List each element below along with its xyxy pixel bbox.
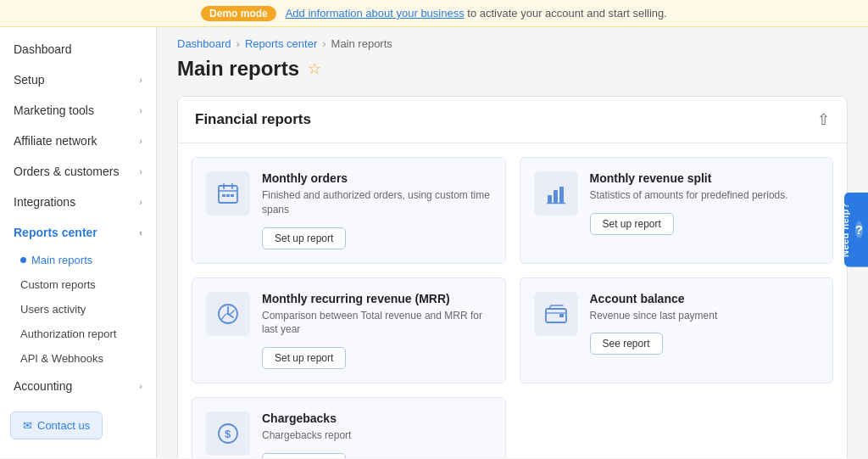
bar-chart-icon — [544, 182, 568, 205]
calendar-icon — [216, 182, 240, 205]
page-title: Main reports — [177, 57, 299, 81]
report-desc: Chargebacks report — [262, 428, 492, 443]
setup-report-button-mrr[interactable]: Set up report — [262, 347, 346, 369]
financial-reports-title: Financial reports — [195, 111, 311, 128]
chevron-up-icon: ‹ — [139, 227, 142, 238]
contact-us-button[interactable]: ✉ Contact us — [10, 411, 103, 439]
chevron-down-icon: › — [139, 166, 142, 176]
setup-report-button-monthly-revenue[interactable]: Set up report — [590, 213, 674, 235]
report-card-account-balance: Account balance Revenue since last payme… — [520, 277, 834, 384]
report-desc: Comparison between Total revenue and MRR… — [262, 309, 492, 338]
sidebar-subitem-authorization-report[interactable]: Authorization report — [0, 322, 156, 346]
sidebar-item-setup[interactable]: Setup › — [0, 64, 156, 95]
sidebar-subitem-users-activity[interactable]: Users activity — [0, 297, 156, 322]
sidebar-item-label: Accounting — [14, 379, 72, 393]
main-layout: Dashboard Setup › Marketing tools › Affi… — [0, 27, 868, 458]
setup-report-button-chargebacks[interactable]: Set up report — [262, 453, 346, 458]
sidebar-item-integrations[interactable]: Integrations › — [0, 187, 156, 217]
envelope-icon: ✉ — [23, 419, 32, 432]
page-title-area: Main reports ☆ — [177, 57, 848, 81]
report-desc: Revenue since last payment — [590, 309, 820, 323]
active-dot-icon — [20, 257, 26, 263]
see-report-button-account-balance[interactable]: See report — [590, 333, 663, 355]
sidebar-item-label: Integrations — [14, 195, 75, 209]
sidebar-item-accounting[interactable]: Accounting › — [0, 371, 156, 401]
sidebar-item-orders-customers[interactable]: Orders & customers › — [0, 156, 156, 187]
chevron-down-icon: › — [139, 105, 142, 115]
sidebar-subitem-label: Main reports — [31, 254, 92, 266]
breadcrumb-sep-1: › — [236, 37, 240, 50]
report-card-chargebacks: $ Chargebacks Chargebacks report Set up … — [192, 397, 506, 458]
account-balance-icon-box — [534, 292, 578, 336]
sidebar-item-reports-center[interactable]: Reports center ‹ — [0, 217, 156, 248]
sidebar-subitem-custom-reports[interactable]: Custom reports — [0, 272, 156, 297]
chevron-down-icon: › — [139, 136, 142, 146]
monthly-orders-icon-box — [206, 171, 250, 216]
demo-badge: Demo mode — [201, 6, 276, 21]
svg-rect-5 — [226, 194, 230, 197]
report-info: Account balance Revenue since last payme… — [590, 292, 820, 355]
svg-rect-4 — [222, 194, 225, 197]
report-desc: Finished and authorized orders, using cu… — [262, 188, 492, 217]
chargebacks-icon-box: $ — [206, 411, 250, 456]
report-grid: Monthly orders Finished and authorized o… — [178, 143, 847, 458]
report-info: Monthly revenue split Statistics of amou… — [590, 171, 820, 235]
breadcrumb-sep-2: › — [322, 37, 326, 50]
sidebar-item-label: Dashboard — [14, 42, 72, 56]
sidebar-subitem-main-reports[interactable]: Main reports — [0, 248, 156, 272]
financial-reports-header: Financial reports ⇧ — [178, 97, 847, 143]
sidebar-item-label: Orders & customers — [14, 165, 119, 178]
svg-rect-9 — [559, 187, 564, 203]
main-content: Dashboard › Reports center › Main report… — [157, 27, 868, 458]
sidebar-subitem-label: Authorization report — [20, 327, 116, 340]
breadcrumb: Dashboard › Reports center › Main report… — [177, 27, 848, 57]
demo-banner: Demo mode Add information about your bus… — [0, 0, 868, 27]
report-title: Monthly revenue split — [590, 171, 820, 185]
svg-rect-6 — [231, 194, 234, 197]
mrr-chart-icon — [216, 302, 240, 326]
banner-message: to activate your account and start selli… — [467, 7, 667, 20]
need-help-panel[interactable]: ? Need help? — [844, 192, 868, 266]
sidebar-item-label: Affiliate network — [14, 134, 97, 148]
report-card-monthly-revenue-split: Monthly revenue split Statistics of amou… — [520, 157, 834, 264]
collapse-icon[interactable]: ⇧ — [817, 110, 830, 129]
report-info: Monthly recurring revenue (MRR) Comparis… — [262, 292, 492, 370]
mrr-icon-box — [206, 292, 250, 336]
chevron-down-icon: › — [139, 381, 142, 391]
report-card-monthly-orders: Monthly orders Finished and authorized o… — [192, 157, 506, 264]
report-info: Monthly orders Finished and authorized o… — [262, 171, 492, 249]
wallet-icon — [544, 302, 568, 326]
report-title: Account balance — [590, 292, 820, 305]
sidebar-subitem-label: API & Webhooks — [20, 352, 103, 365]
sidebar-item-label: Marketing tools — [14, 104, 94, 117]
breadcrumb-current: Main reports — [331, 37, 392, 50]
chevron-down-icon: › — [139, 197, 142, 207]
setup-report-button-monthly-orders[interactable]: Set up report — [262, 227, 346, 249]
report-info: Chargebacks Chargebacks report Set up re… — [262, 411, 492, 458]
sidebar-item-affiliate-network[interactable]: Affiliate network › — [0, 126, 156, 156]
svg-rect-7 — [548, 195, 552, 203]
breadcrumb-dashboard[interactable]: Dashboard — [177, 37, 231, 50]
monthly-revenue-icon-box — [534, 171, 578, 216]
report-desc: Statistics of amounts for predefined per… — [590, 188, 820, 203]
sidebar-subitem-label: Custom reports — [20, 278, 96, 291]
dollar-circle-icon: $ — [216, 422, 240, 445]
sidebar-item-label: Reports center — [14, 226, 97, 239]
report-title: Monthly recurring revenue (MRR) — [262, 292, 492, 305]
chevron-down-icon: › — [139, 75, 142, 85]
svg-rect-13 — [559, 314, 564, 317]
sidebar-subitem-api-webhooks[interactable]: API & Webhooks — [0, 346, 156, 371]
question-mark-icon: ? — [855, 221, 863, 238]
sidebar-item-dashboard[interactable]: Dashboard — [0, 34, 156, 64]
sidebar-item-marketing-tools[interactable]: Marketing tools › — [0, 95, 156, 126]
sidebar-subitem-label: Users activity — [20, 303, 86, 316]
svg-text:$: $ — [225, 428, 231, 440]
sidebar-item-label: Setup — [14, 73, 45, 87]
reports-center-subnav: Main reports Custom reports Users activi… — [0, 248, 156, 371]
financial-reports-section: Financial reports ⇧ — [177, 96, 848, 458]
report-title: Monthly orders — [262, 171, 492, 185]
add-business-link[interactable]: Add information about your business — [286, 7, 465, 20]
breadcrumb-reports-center[interactable]: Reports center — [245, 37, 317, 50]
need-help-label: Need help? — [840, 202, 850, 256]
favorite-star-icon[interactable]: ☆ — [308, 59, 321, 78]
